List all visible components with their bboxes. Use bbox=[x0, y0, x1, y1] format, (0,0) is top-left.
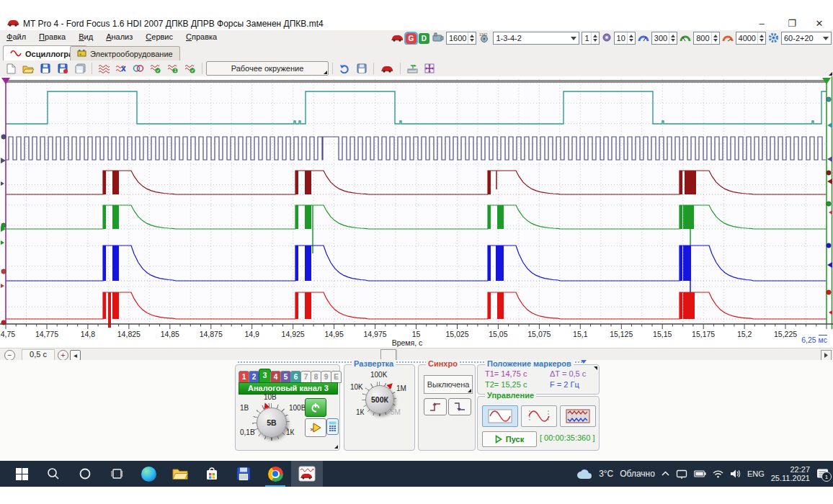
divisor-spinner[interactable]: 10 bbox=[614, 32, 636, 45]
channel-play-button[interactable]: ✕ bbox=[305, 418, 326, 437]
menu-вид[interactable]: Вид bbox=[72, 30, 99, 42]
channel-tab-8[interactable]: 8 bbox=[311, 371, 321, 383]
axis-label: 14,95 bbox=[318, 330, 350, 338]
trigger-falling-button[interactable] bbox=[448, 398, 471, 415]
sweep-knob[interactable]: 500К bbox=[365, 385, 394, 414]
car-report-button[interactable] bbox=[378, 61, 396, 76]
channel-tab-2[interactable]: 2 bbox=[249, 371, 259, 383]
scroll-right-button[interactable] bbox=[821, 350, 832, 361]
task-view-icon[interactable] bbox=[101, 461, 133, 487]
weather-cloud-icon[interactable] bbox=[576, 469, 592, 480]
fuel-gasoline-toggle[interactable]: G bbox=[406, 33, 416, 44]
multichannel-mode-button[interactable] bbox=[560, 405, 596, 427]
language-indicator[interactable]: ENG bbox=[747, 469, 765, 478]
taskbar-clock[interactable]: 22:27 25.11.2021 bbox=[771, 465, 810, 482]
undo-icon-button[interactable] bbox=[337, 61, 352, 76]
edge-icon[interactable] bbox=[133, 461, 164, 487]
gauge-blue-spinner[interactable]: 300 bbox=[651, 32, 677, 45]
marker-dt: ΔT = 0,5 с bbox=[550, 369, 586, 378]
tray-chevron-icon[interactable] bbox=[662, 471, 669, 477]
wifi-icon[interactable] bbox=[713, 470, 723, 478]
car-icon[interactable] bbox=[391, 33, 404, 43]
save-button[interactable] bbox=[37, 61, 53, 76]
tab-electrical[interactable]: + Электрооборудование bbox=[70, 46, 180, 60]
gauge-red-spinner[interactable]: 4000 bbox=[736, 32, 766, 45]
chrome-icon[interactable] bbox=[259, 461, 291, 487]
workspace-button[interactable]: Рабочее окружение bbox=[206, 61, 329, 76]
new-file-button[interactable] bbox=[3, 61, 19, 76]
zoom-in-time-button[interactable]: + bbox=[58, 350, 68, 361]
channel-tab-4[interactable]: 4 bbox=[270, 371, 281, 383]
continuous-mode-button[interactable] bbox=[521, 405, 557, 427]
crosshair-button[interactable] bbox=[422, 61, 437, 76]
gain-knob[interactable]: 5В bbox=[257, 408, 287, 438]
rpm-spinner[interactable]: 1600 bbox=[446, 32, 476, 45]
channel-tab-7[interactable]: 7 bbox=[300, 371, 311, 383]
scope-top-bar[interactable] bbox=[6, 80, 827, 83]
firing-order-dropdown[interactable]: 1-3-4-2 bbox=[493, 32, 579, 45]
start-button-windows[interactable] bbox=[6, 461, 37, 487]
sync-state-button[interactable]: Выключена bbox=[424, 375, 473, 394]
channel-tab-1[interactable]: 1 bbox=[239, 371, 249, 383]
scroll-left-button[interactable]: ◂ bbox=[70, 350, 81, 361]
channel-tab-5[interactable]: 5 bbox=[280, 371, 291, 383]
start-button[interactable]: Пуск bbox=[482, 431, 537, 447]
sweep-label-5m: 5М bbox=[391, 408, 401, 416]
oscillogram-plot[interactable] bbox=[0, 76, 833, 330]
zoom-out-time-button[interactable]: − bbox=[4, 350, 15, 361]
gauge-green-spinner[interactable]: 800 bbox=[693, 32, 719, 45]
weather-desc[interactable]: Облачно bbox=[620, 469, 655, 479]
scale-export-button[interactable] bbox=[404, 61, 420, 76]
calculator-button[interactable] bbox=[326, 418, 339, 435]
open-file-button[interactable] bbox=[20, 61, 36, 76]
battery-icon[interactable] bbox=[694, 470, 706, 477]
menu-сервис[interactable]: Сервис bbox=[139, 30, 179, 42]
notification-center-icon[interactable]: 1 bbox=[816, 468, 829, 480]
channel-tab-9[interactable]: 9 bbox=[321, 371, 331, 383]
restore-button[interactable]: ❐ bbox=[781, 17, 803, 30]
fuel-diesel-toggle[interactable]: D bbox=[419, 33, 429, 44]
save-workspace-button[interactable] bbox=[354, 61, 370, 76]
markers-expand-corner[interactable] bbox=[594, 366, 597, 370]
panel-resize-corner[interactable] bbox=[334, 445, 338, 449]
close-button[interactable]: ✕ bbox=[808, 17, 830, 30]
waveforms-compare-button[interactable] bbox=[113, 61, 129, 76]
menu-анализ[interactable]: Анализ bbox=[99, 30, 139, 42]
minimize-button[interactable]: – bbox=[751, 17, 772, 30]
cortana-icon[interactable] bbox=[69, 461, 101, 487]
volume-icon[interactable] bbox=[730, 469, 741, 478]
axis-label: 15,225 bbox=[770, 330, 801, 338]
axis-label: 15,15 bbox=[646, 330, 678, 338]
axis-label: 14,8 bbox=[72, 330, 104, 338]
waveforms-check3-button[interactable] bbox=[182, 61, 198, 76]
waveforms-check1-button[interactable] bbox=[148, 61, 164, 76]
file-explorer-icon[interactable] bbox=[164, 461, 196, 487]
channel-tab-E[interactable]: E bbox=[331, 371, 342, 383]
gauge-green-icon bbox=[680, 33, 691, 44]
phase-icon-button[interactable] bbox=[130, 61, 146, 76]
save-copy-button[interactable] bbox=[72, 61, 88, 76]
crank-wheel-dropdown[interactable]: 60-2+20 bbox=[781, 32, 832, 45]
menu-правка[interactable]: Правка bbox=[32, 30, 72, 42]
trigger-rising-button[interactable] bbox=[424, 398, 447, 415]
single-sweep-mode-button[interactable] bbox=[482, 405, 518, 427]
cast-device-icon[interactable] bbox=[676, 469, 687, 479]
channel-tab-6[interactable]: 6 bbox=[290, 371, 301, 383]
cylinder-spinner[interactable]: 1 bbox=[582, 32, 599, 45]
weather-temp[interactable]: 3°C bbox=[599, 469, 613, 479]
menu-справка[interactable]: Справка bbox=[179, 30, 223, 42]
channel-tab-3[interactable]: 3 bbox=[259, 369, 271, 383]
save-as-button[interactable] bbox=[55, 61, 71, 76]
marker-t2: T2= 15,25 с bbox=[485, 380, 527, 389]
sweep-value: 500К bbox=[371, 395, 388, 404]
store-icon[interactable] bbox=[196, 461, 228, 487]
waveforms-icon-button[interactable] bbox=[96, 61, 112, 76]
axis-title: Время, с bbox=[375, 338, 440, 347]
axis-label: 14,75 bbox=[0, 330, 22, 338]
channel-power-button[interactable] bbox=[305, 398, 326, 417]
waveforms-check2-button[interactable]: 1 bbox=[165, 61, 181, 76]
menu-файл[interactable]: Файл bbox=[0, 30, 32, 42]
mtpro-taskbar-icon[interactable] bbox=[291, 461, 323, 487]
search-icon[interactable] bbox=[37, 461, 69, 487]
floppy-app-icon[interactable] bbox=[228, 461, 259, 487]
